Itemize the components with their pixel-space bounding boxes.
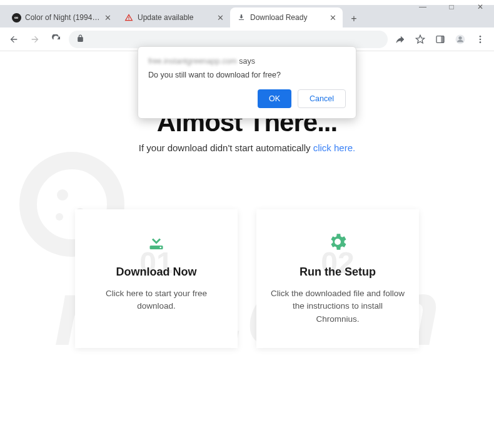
svg-point-11 bbox=[57, 189, 68, 201]
click-here-link[interactable]: click here. bbox=[313, 142, 356, 153]
warning-icon bbox=[124, 12, 134, 22]
sidepanel-icon[interactable] bbox=[431, 31, 449, 48]
tab-close-icon[interactable]: ✕ bbox=[330, 13, 336, 22]
card-title: Download Now bbox=[89, 266, 224, 279]
gear-icon bbox=[270, 229, 405, 254]
tab-title: Download Ready bbox=[250, 13, 326, 22]
tab-title: Color of Night (1994) Full Movie bbox=[25, 13, 101, 22]
tab-0[interactable]: ∞ Color of Night (1994) Full Movie ✕ bbox=[5, 7, 118, 27]
download-icon bbox=[236, 12, 246, 22]
back-button[interactable] bbox=[5, 31, 23, 48]
page-subtext: If your download didn't start automatica… bbox=[0, 142, 494, 153]
favicon-circle-icon: ∞ bbox=[11, 12, 21, 22]
card-body: Click the downloaded file and follow the… bbox=[270, 287, 405, 326]
window-maximize[interactable]: □ bbox=[443, 2, 460, 11]
tab-2[interactable]: Download Ready ✕ bbox=[230, 7, 343, 27]
dialog-origin: free.instantgreenapp.com bbox=[148, 57, 237, 66]
svg-rect-1 bbox=[128, 19, 129, 19]
download-icon bbox=[89, 229, 224, 254]
svg-point-7 bbox=[480, 38, 481, 40]
window-close[interactable]: ✕ bbox=[471, 2, 489, 11]
address-bar[interactable] bbox=[69, 31, 388, 48]
tab-title: Update available bbox=[138, 13, 213, 22]
window-minimize[interactable]: — bbox=[414, 2, 431, 11]
reload-button[interactable] bbox=[48, 31, 65, 48]
dialog-head: free.instantgreenapp.com says bbox=[148, 57, 346, 66]
ok-button[interactable]: OK bbox=[258, 89, 291, 108]
svg-point-6 bbox=[480, 36, 481, 37]
bookmark-icon[interactable] bbox=[411, 31, 429, 48]
card-download-now[interactable]: 01 Download Now Click here to start your… bbox=[75, 209, 238, 348]
svg-rect-3 bbox=[441, 36, 444, 42]
cards-row: 01 Download Now Click here to start your… bbox=[0, 209, 494, 348]
dialog-actions: OK Cancel bbox=[148, 89, 346, 108]
lock-icon bbox=[76, 34, 84, 44]
card-title: Run the Setup bbox=[270, 266, 405, 279]
forward-button[interactable] bbox=[26, 31, 44, 48]
tab-close-icon[interactable]: ✕ bbox=[104, 13, 111, 22]
menu-icon[interactable] bbox=[471, 31, 489, 48]
new-tab-button[interactable]: + bbox=[345, 10, 363, 27]
svg-rect-0 bbox=[128, 17, 129, 19]
share-icon[interactable] bbox=[391, 31, 409, 48]
page-subtext-pre: If your download didn't start automatica… bbox=[139, 142, 313, 153]
toolbar-actions bbox=[391, 31, 489, 48]
dialog-box: free.instantgreenapp.com says Do you sti… bbox=[138, 46, 356, 119]
window-controls: — □ ✕ bbox=[414, 2, 489, 11]
dialog-says: says bbox=[239, 57, 255, 66]
svg-point-16 bbox=[159, 247, 161, 249]
tab-close-icon[interactable]: ✕ bbox=[217, 13, 224, 22]
svg-point-8 bbox=[480, 41, 481, 43]
card-run-setup: 02 Run the Setup Click the downloaded fi… bbox=[256, 209, 419, 348]
tab-1[interactable]: Update available ✕ bbox=[118, 7, 230, 27]
card-body: Click here to start your free download. bbox=[89, 287, 224, 313]
svg-point-5 bbox=[458, 36, 461, 39]
profile-icon[interactable] bbox=[451, 31, 469, 48]
js-dialog: free.instantgreenapp.com says Do you sti… bbox=[138, 46, 356, 119]
dialog-message: Do you still want to download for free? bbox=[148, 71, 346, 79]
cancel-button[interactable]: Cancel bbox=[298, 89, 346, 108]
